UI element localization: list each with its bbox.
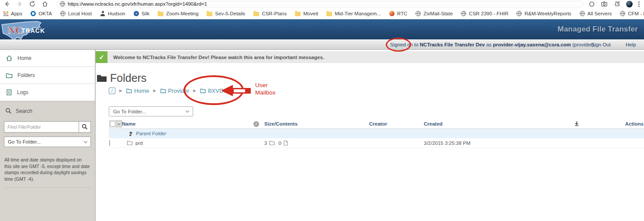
globe-icon: [415, 11, 421, 16]
home-icon[interactable]: [42, 0, 48, 7]
bookmark-item[interactable]: Moveit: [295, 11, 318, 16]
back-icon[interactable]: [3, 0, 10, 7]
bookmark-item[interactable]: Sev-5-Details: [207, 11, 245, 16]
bookmark-label: RTC: [397, 11, 407, 16]
sidebar-item-folders[interactable]: Folders: [0, 67, 95, 84]
bookmark-item[interactable]: ZixMail-State: [415, 11, 453, 16]
select-all-checkbox[interactable]: [110, 121, 115, 126]
bookmark-item[interactable]: Mid-Tier Managem...: [326, 11, 381, 16]
bookmark-label: OKTA: [38, 11, 52, 16]
camera-icon[interactable]: [601, 0, 608, 7]
column-header-actions[interactable]: Actions: [585, 121, 644, 126]
search-section-title: Search: [5, 108, 91, 114]
bookmark-item[interactable]: R&M-WeeklyReports: [516, 11, 571, 16]
folder-icon: [126, 88, 132, 93]
apps-shortcut[interactable]: Apps: [3, 11, 22, 16]
select-all-control[interactable]: [109, 120, 122, 127]
breadcrumb-separator-icon: ▶: [119, 88, 122, 93]
folder-icon: [269, 140, 275, 145]
subfolder-count: 3: [264, 140, 267, 146]
apps-grid-icon: [3, 11, 8, 16]
breadcrumb-root-icon[interactable]: /: [109, 88, 115, 94]
signon-bar: Signed on to NCTracks File Transfer Dev …: [0, 39, 644, 50]
person-icon: [100, 11, 105, 16]
bookmark-item[interactable]: RTC: [389, 11, 407, 16]
red-arrow-cap: [246, 88, 251, 94]
sidebar-item-logs[interactable]: Logs: [0, 84, 95, 101]
globe-icon: [516, 11, 522, 16]
bookmark-folder-icon: [253, 12, 259, 16]
folder-name[interactable]: prd: [135, 140, 143, 146]
column-header-creator[interactable]: Creator: [367, 121, 421, 126]
bookmark-item[interactable]: CSR 2390 - FHIR: [461, 11, 508, 16]
select-menu-chevron-icon[interactable]: [116, 120, 122, 127]
breadcrumb-separator-icon: ▶: [153, 88, 156, 93]
bookmark-label: Local Host: [68, 11, 92, 16]
row-checkbox[interactable]: [109, 140, 110, 146]
bookmark-item[interactable]: Local Host: [60, 11, 92, 16]
red-arrow-icon: [221, 85, 233, 96]
main-content: ✓ Welcome to NCTracks File Transfer Dev!…: [96, 50, 644, 221]
circle-icon[interactable]: [588, 0, 595, 7]
browser-menu-icon[interactable]: [638, 4, 640, 5]
profile-avatar[interactable]: [626, 1, 633, 7]
reload-icon[interactable]: [29, 0, 36, 7]
bookmark-label: CSR 2390 - FHIR: [469, 11, 508, 16]
parent-folder-label: Parent Folder: [136, 131, 166, 136]
bookmark-item[interactable]: Hudson: [100, 11, 125, 16]
browser-toolbar: https://www.nctracks.nc.gov/xfr/human.as…: [0, 0, 644, 8]
breadcrumb-item-home[interactable]: Home: [126, 88, 149, 94]
address-bar[interactable]: https://www.nctracks.nc.gov/xfr/human.as…: [56, 1, 584, 7]
table-header-row: Name ✓ Size/Contents Creator Created Act…: [109, 119, 644, 129]
site-globe-icon: [60, 1, 65, 7]
sidebar-goto-folder-select[interactable]: Go To Folder...: [4, 137, 91, 147]
rtc-icon: [389, 11, 395, 16]
search-button[interactable]: [79, 121, 91, 133]
column-header-created[interactable]: Created: [421, 121, 572, 126]
sign-out-link[interactable]: Sign Out: [591, 42, 611, 47]
search-input[interactable]: [4, 121, 79, 133]
bookmark-label: Apps: [11, 11, 22, 16]
home-icon: [6, 55, 13, 62]
chevron-down-icon: [186, 109, 189, 112]
bookmark-item[interactable]: Silk: [134, 11, 150, 16]
url-text[interactable]: https://www.nctracks.nc.gov/xfr/human.as…: [68, 1, 207, 7]
created-cell: 3/2/2015 3:25:38 PM: [421, 140, 572, 146]
help-link[interactable]: Help: [626, 42, 636, 47]
extensions-puzzle-icon[interactable]: [613, 0, 620, 7]
sidebar-item-home[interactable]: Home: [0, 50, 95, 67]
column-header-size[interactable]: Size/Contents: [262, 121, 367, 126]
browser-window: https://www.nctracks.nc.gov/xfr/human.as…: [0, 0, 644, 221]
bookmark-item[interactable]: CSR-Plans: [253, 11, 287, 16]
chevron-down-icon: [84, 139, 87, 143]
parent-folder-row[interactable]: Parent Folder: [109, 129, 644, 138]
goto-folder-select[interactable]: Go To Folder...: [109, 106, 193, 116]
welcome-banner: ✓ Welcome to NCTracks File Transfer Dev!…: [96, 51, 644, 63]
okta-icon: [31, 11, 36, 16]
bookmark-label: Zoom-Meeting: [166, 11, 198, 16]
bookmark-item[interactable]: All Servers: [580, 11, 612, 16]
folder-icon: [160, 88, 166, 93]
select-value: Go To Folder...: [8, 139, 41, 144]
bookmark-label: All Servers: [588, 11, 612, 16]
select-value: Go To Folder...: [113, 109, 146, 114]
folder-icon: [6, 72, 13, 79]
red-arrow-shaft: [232, 88, 246, 94]
success-check-icon: ✓: [96, 51, 107, 63]
column-header-name[interactable]: Name: [122, 121, 251, 126]
globe-icon: [60, 11, 66, 16]
bookmark-item[interactable]: OKTA: [31, 11, 52, 16]
bookmark-item[interactable]: CFM - Home: [620, 11, 644, 16]
welcome-message: Welcome to NCTracks File Transfer Dev! P…: [113, 55, 324, 60]
sidebar-search-section: Search Go To Folder... All time and date…: [0, 101, 95, 221]
globe-icon: [580, 11, 585, 16]
forward-icon[interactable]: [16, 0, 23, 7]
bookmark-item[interactable]: Zoom-Meeting: [158, 11, 198, 16]
bookmark-folder-icon: [326, 12, 332, 16]
svg-text:TRACKS: TRACKS: [21, 27, 45, 34]
signon-system: NCTracks File Transfer Dev: [420, 42, 485, 47]
bookmark-label: CSR-Plans: [262, 11, 287, 16]
sidebar-item-label: Logs: [17, 89, 28, 95]
table-row-prd[interactable]: prd 3 0 3/2/2015 3:25:38 PM: [109, 138, 644, 148]
file-icon: [284, 140, 288, 146]
